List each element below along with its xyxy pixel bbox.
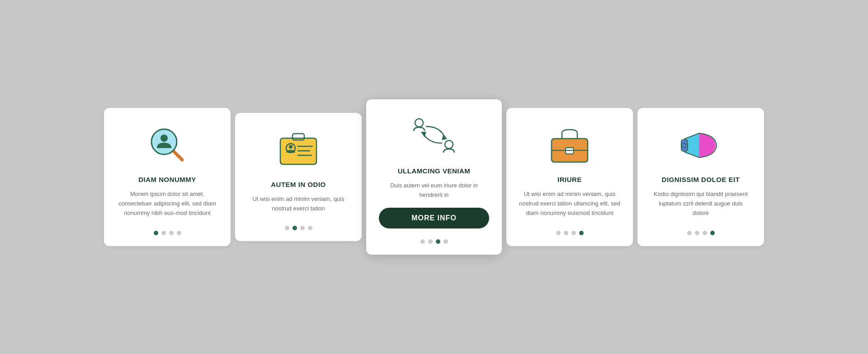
card-5-dots [687,226,715,235]
svg-point-10 [415,119,423,127]
card-3: ULLAMCING VENIAM Duis autem vel eum iriu… [366,99,502,255]
card-4-text: Ut wisi enim ad minim veniam, quis nostr… [519,190,620,218]
card-5-icon [678,122,723,168]
dot [703,231,707,235]
card-5: DIGNISSIM DOLOE EIT Kodio dignissim qui … [637,108,764,246]
card-1-title: DIAM NONUMMY [138,176,196,183]
dot [300,226,305,230]
svg-point-11 [445,140,453,149]
card-4-icon [547,122,592,168]
svg-line-0 [173,151,182,160]
dot [292,226,297,230]
card-2-text: Ut wisi enim ad minim veniam, quis nostr… [248,195,349,214]
card-1-text: Morem ipsum dolor sit amet, consectetuer… [117,190,218,218]
dot [428,239,433,244]
card-2: AUTEM IN ODIO Ut wisi enim ad minim veni… [235,113,362,242]
dot [556,231,561,235]
card-3-dots [420,235,448,244]
card-3-icon [411,114,457,159]
dot [154,231,158,235]
svg-marker-12 [442,134,447,140]
svg-point-2 [160,135,168,142]
cards-container: DIAM NONUMMY Morem ipsum dolor sit amet,… [90,86,778,269]
dot [579,231,584,235]
dot [695,231,699,235]
card-4-title: IRIURE [557,176,582,183]
dot [308,226,312,230]
card-1: DIAM NONUMMY Morem ipsum dolor sit amet,… [104,108,231,246]
card-4-dots [556,226,584,235]
card-1-icon [145,122,190,168]
svg-point-6 [289,145,292,149]
dot [285,226,289,230]
card-5-title: DIGNISSIM DOLOE EIT [662,176,740,183]
more-info-button[interactable]: MORE INFO [379,208,489,228]
card-3-text: Duis autem vel eum iriure dolor in hendr… [379,181,489,200]
card-4: IRIURE Ut wisi enim ad minim veniam, qui… [506,108,633,246]
dot [564,231,568,235]
dot [687,231,692,235]
card-2-dots [285,221,312,230]
dot [436,239,440,244]
card-2-title: AUTEM IN ODIO [271,181,326,188]
dot [420,239,425,244]
dot [161,231,166,235]
dot [571,231,576,235]
card-2-icon [276,127,321,172]
card-5-text: Kodio dignissim qui blandit praesent lup… [650,190,751,218]
dot [169,231,174,235]
card-3-title: ULLAMCING VENIAM [398,167,471,175]
dot [443,239,448,244]
card-1-dots [154,226,181,235]
dot [710,231,715,235]
svg-point-19 [682,143,686,148]
dot [177,231,181,235]
